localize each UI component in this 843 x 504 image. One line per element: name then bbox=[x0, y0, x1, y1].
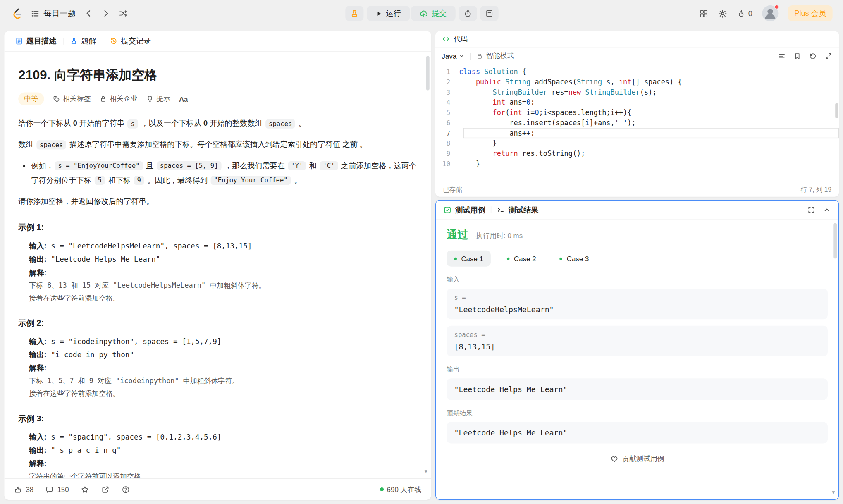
expand-icon bbox=[824, 52, 833, 60]
problem-badges: 中等 相关标签 相关企业 提示 bbox=[18, 93, 417, 105]
app-root: 每日一题 运行 bbox=[0, 0, 843, 504]
timer-button[interactable] bbox=[459, 6, 477, 21]
test-panel-tools bbox=[807, 206, 831, 214]
case-tab-2[interactable]: Case 2 bbox=[499, 251, 544, 267]
runtime: 执行用时: 0 ms bbox=[476, 231, 523, 241]
problem-description: 给你一个下标从 0 开始的字符串 s ，以及一个下标从 0 开始的整数数组 sp… bbox=[18, 116, 417, 209]
case-tab-1[interactable]: Case 1 bbox=[447, 251, 491, 267]
list-icon bbox=[31, 9, 40, 18]
code-line: 4 int ans=0; bbox=[435, 97, 839, 107]
plus-member-button[interactable]: Plus 会员 bbox=[788, 5, 833, 21]
smart-mode-toggle[interactable]: 智能模式 bbox=[476, 51, 514, 60]
example-heading: 示例 3: bbox=[18, 414, 417, 424]
feedback-button[interactable] bbox=[122, 485, 130, 494]
settings-button[interactable] bbox=[718, 9, 727, 18]
difficulty-badge[interactable]: 中等 bbox=[18, 93, 44, 105]
inline-code: 'C' bbox=[320, 161, 338, 170]
test-result-content: 通过 执行用时: 0 ms Case 1Case 2Case 3 输入 s ="… bbox=[436, 220, 838, 499]
comment-icon bbox=[45, 485, 54, 494]
debug-button[interactable] bbox=[345, 6, 363, 21]
random-problem-button[interactable] bbox=[119, 9, 127, 18]
collapse-panel-button[interactable] bbox=[823, 206, 831, 214]
share-button[interactable] bbox=[101, 485, 110, 494]
problem-panel: 题目描述 题解 提交记录 2109. 向字符串添加空格 中等 bbox=[4, 31, 431, 500]
scroll-down-arrow[interactable]: ▼ bbox=[424, 469, 429, 474]
fullscreen-button[interactable] bbox=[807, 206, 816, 214]
related-tags-button[interactable]: 相关标签 bbox=[53, 94, 91, 103]
input-section-label: 输入 bbox=[447, 275, 828, 284]
format-icon bbox=[778, 52, 786, 60]
submit-button[interactable]: 提交 bbox=[411, 6, 455, 21]
note-icon bbox=[485, 9, 494, 18]
tab-submissions[interactable]: 提交记录 bbox=[104, 36, 156, 46]
inline-code: s bbox=[128, 119, 138, 128]
description-paragraph: 数组 spaces 描述原字符串中需要添加空格的下标。每个空格都应该插入到给定索… bbox=[18, 137, 417, 152]
divider bbox=[63, 38, 63, 45]
streak-counter[interactable]: 0 bbox=[737, 9, 752, 18]
gear-icon bbox=[718, 9, 727, 18]
scrollbar-thumb[interactable] bbox=[833, 223, 837, 259]
terminal-icon bbox=[497, 206, 505, 214]
chevron-left-icon bbox=[84, 9, 93, 18]
like-count: 38 bbox=[26, 485, 33, 494]
font-size-button[interactable]: Aa bbox=[179, 95, 188, 103]
tab-description[interactable]: 题目描述 bbox=[10, 36, 62, 46]
code-editor[interactable]: 1class Solution {2 public String addSpac… bbox=[435, 64, 839, 183]
scroll-down-arrow[interactable]: ▼ bbox=[831, 490, 836, 495]
code-tools bbox=[778, 52, 833, 60]
output-value: "Leetcode Helps Me Learn" bbox=[447, 378, 828, 400]
comments-button[interactable]: 150 bbox=[45, 485, 69, 494]
tab-test-result[interactable]: 测试结果 bbox=[497, 205, 538, 215]
contribute-label: 贡献测试用例 bbox=[622, 454, 664, 464]
contribute-testcase-button[interactable]: 贡献测试用例 bbox=[447, 454, 828, 464]
tab-solutions[interactable]: 题解 bbox=[64, 36, 102, 46]
hint-button[interactable]: 提示 bbox=[146, 94, 171, 103]
prev-problem-button[interactable] bbox=[84, 9, 93, 18]
testcase-input[interactable]: s ="LeetcodeHelpsMeLearn" bbox=[447, 289, 828, 319]
heart-icon bbox=[610, 455, 619, 463]
run-button[interactable]: 运行 bbox=[367, 6, 410, 21]
code-line: 2 public String addSpaces(String s, int[… bbox=[435, 77, 839, 87]
test-panel-header: 测试用例 测试结果 bbox=[436, 201, 838, 220]
code-editor-panel: 代码 Java 智能模式 bbox=[435, 31, 839, 196]
cursor-position: 行 7, 列 19 bbox=[801, 185, 832, 194]
expand-editor-button[interactable] bbox=[824, 52, 833, 60]
history-icon bbox=[110, 37, 118, 45]
bookmark-button[interactable] bbox=[793, 52, 802, 60]
favorite-button[interactable] bbox=[81, 485, 89, 494]
tab-testcase[interactable]: 测试用例 bbox=[444, 205, 485, 215]
apps-grid-button[interactable] bbox=[699, 9, 708, 18]
leetcode-logo[interactable] bbox=[11, 7, 22, 19]
avatar[interactable] bbox=[762, 5, 778, 21]
format-button[interactable] bbox=[778, 52, 786, 60]
case-tab-3[interactable]: Case 3 bbox=[552, 251, 597, 267]
inline-code: spaces bbox=[265, 119, 295, 128]
expected-section-label: 预期结果 bbox=[447, 408, 828, 418]
undo-icon bbox=[809, 52, 817, 60]
code-line: 9 return res.toString(); bbox=[435, 148, 839, 159]
language-select[interactable]: Java bbox=[442, 52, 466, 60]
inline-code: 'Y' bbox=[288, 161, 306, 170]
code-panel-header: 代码 bbox=[435, 31, 839, 47]
save-status: 已存储 bbox=[443, 185, 462, 194]
input-fields: s ="LeetcodeHelpsMeLearn"spaces =[8,13,1… bbox=[447, 289, 828, 356]
leetcode-logo-icon bbox=[11, 7, 22, 19]
example-block: 输入: s = "icodeinpython", spaces = [1,5,7… bbox=[18, 335, 417, 400]
testcase-input[interactable]: spaces =[8,13,15] bbox=[447, 326, 828, 356]
related-companies-label: 相关企业 bbox=[110, 94, 138, 103]
check-square-icon bbox=[444, 206, 452, 214]
problem-footer: 38 150 bbox=[4, 478, 431, 500]
daily-question-link[interactable]: 每日一题 bbox=[31, 8, 76, 19]
thumbs-up-icon bbox=[14, 485, 23, 494]
expected-value: "Leetcode Helps Me Learn" bbox=[447, 422, 828, 443]
code-line: 1class Solution { bbox=[435, 67, 839, 77]
hint-label: 提示 bbox=[156, 94, 170, 103]
tab-submissions-label: 提交记录 bbox=[121, 36, 151, 46]
related-companies-button[interactable]: 相关企业 bbox=[99, 94, 137, 103]
like-button[interactable]: 38 bbox=[14, 485, 33, 494]
next-problem-button[interactable] bbox=[102, 9, 110, 18]
reset-code-button[interactable] bbox=[809, 52, 817, 60]
scrollbar-thumb[interactable] bbox=[426, 56, 430, 90]
notes-button[interactable] bbox=[480, 6, 498, 21]
debug-icon bbox=[350, 9, 358, 18]
